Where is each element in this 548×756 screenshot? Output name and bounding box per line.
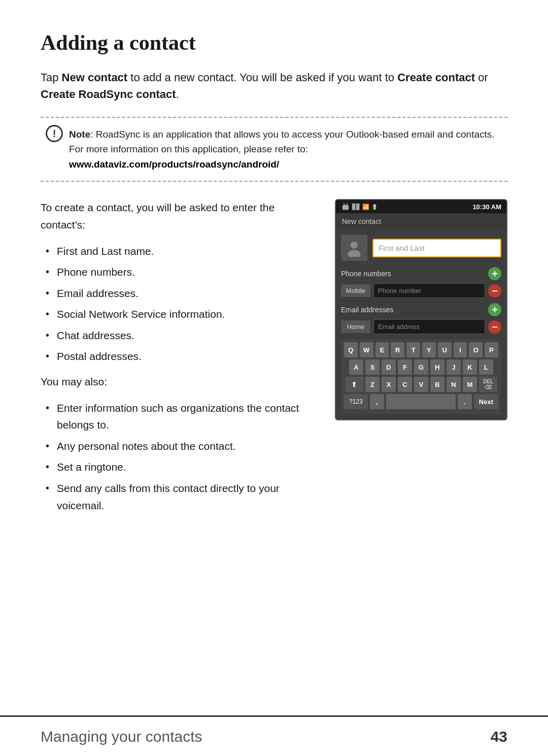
note-text: Note: RoadSync is an application that al… [69, 127, 499, 172]
footer-page: 43 [491, 728, 507, 745]
bullet-list-2: Enter information such as organizations … [41, 400, 315, 514]
key-i[interactable]: I [454, 342, 467, 357]
svg-point-2 [346, 205, 348, 207]
intro-paragraph: Tap New contact to add a new contact. Yo… [41, 69, 507, 103]
key-r[interactable]: R [391, 342, 404, 357]
remove-email-button[interactable]: − [488, 320, 501, 334]
svg-point-1 [344, 205, 346, 207]
key-q[interactable]: Q [344, 342, 358, 357]
status-time: 10:30 AM [472, 203, 501, 211]
list-item: Postal addresses. [46, 348, 315, 365]
left-content: To create a contact, you will be asked t… [41, 199, 315, 522]
key-n[interactable]: N [447, 377, 461, 392]
list-item: Social Network Service information. [46, 306, 315, 323]
key-shift[interactable]: ⬆ [345, 377, 363, 392]
key-space[interactable] [386, 394, 456, 409]
email-address-input[interactable]: Email address [373, 319, 485, 334]
email-type-label[interactable]: Home [341, 320, 370, 333]
list-item: Enter information such as organizations … [46, 400, 315, 434]
email-addresses-label: Email addresses + [341, 303, 501, 316]
keyboard-row-bottom: ?123 , . Next [344, 394, 498, 409]
key-sym[interactable]: ?123 [344, 394, 368, 409]
also-text: You may also: [41, 373, 315, 390]
key-y[interactable]: Y [422, 342, 436, 357]
key-t[interactable]: T [406, 342, 420, 357]
list-item: Any personal notes about the contact. [46, 438, 315, 455]
key-o[interactable]: O [469, 342, 483, 357]
page-title: Adding a contact [41, 30, 507, 55]
svg-line-4 [347, 203, 348, 205]
key-period[interactable]: . [458, 394, 472, 409]
key-z[interactable]: Z [365, 377, 380, 392]
svg-point-6 [348, 250, 360, 257]
phone-status-bar: ▊▊ 📶 🔋 10:30 AM [336, 200, 506, 213]
key-k[interactable]: K [463, 359, 477, 375]
intro2-text: To create a contact, you will be asked t… [41, 199, 315, 233]
status-left: ▊▊ 📶 🔋 [341, 202, 378, 211]
android-icon [341, 202, 350, 211]
list-item: Phone numbers. [46, 264, 315, 281]
bottom-bar: Managing your contacts 43 [0, 715, 548, 756]
key-a[interactable]: A [349, 359, 363, 375]
key-u[interactable]: U [438, 342, 452, 357]
keyboard-row-2: A S D F G H J K L [344, 359, 498, 375]
key-f[interactable]: F [398, 359, 412, 375]
keyboard-row-1: Q W E R T Y U I O P [344, 342, 498, 357]
footer-title: Managing your contacts [41, 728, 202, 745]
note-icon: ! [46, 125, 63, 142]
key-m[interactable]: M [463, 377, 477, 392]
add-phone-button[interactable]: + [488, 267, 501, 280]
key-h[interactable]: H [430, 359, 444, 375]
contact-photo-row: First and Last [341, 235, 501, 261]
keyboard: Q W E R T Y U I O P A S D F G H [341, 339, 501, 414]
key-next[interactable]: Next [474, 394, 498, 409]
phone-type-label[interactable]: Mobile [341, 284, 370, 297]
key-e[interactable]: E [375, 342, 389, 357]
svg-point-5 [351, 242, 358, 249]
key-l[interactable]: L [479, 359, 493, 375]
keyboard-row-3: ⬆ Z X C V B N M DEL⌫ [344, 377, 498, 392]
phone-number-input[interactable]: Phone number [373, 283, 485, 298]
key-d[interactable]: D [382, 359, 396, 375]
key-v[interactable]: V [414, 377, 428, 392]
bullet-list-1: First and Last name. Phone numbers. Emai… [41, 243, 315, 366]
key-c[interactable]: C [398, 377, 412, 392]
note-box: ! Note: RoadSync is an application that … [41, 117, 507, 182]
key-x[interactable]: X [382, 377, 396, 392]
key-w[interactable]: W [360, 342, 373, 357]
list-item: Send any calls from this contact directl… [46, 480, 315, 514]
phone-screenshot: ▊▊ 📶 🔋 10:30 AM New contact First and La… [335, 199, 507, 420]
battery-icon: 🔋 [371, 204, 378, 210]
key-s[interactable]: S [365, 359, 380, 375]
svg-rect-0 [342, 206, 349, 210]
wifi-icon: 📶 [362, 204, 369, 210]
key-delete[interactable]: DEL⌫ [479, 377, 497, 392]
email-input-row: Home Email address − [341, 319, 501, 334]
remove-phone-button[interactable]: − [488, 284, 501, 298]
list-item: First and Last name. [46, 243, 315, 260]
contact-avatar [341, 235, 367, 261]
list-item: Email addresses. [46, 285, 315, 302]
key-g[interactable]: G [414, 359, 428, 375]
note-url[interactable]: www.dataviz.com/products/roadsync/androi… [69, 159, 279, 170]
list-item: Chat addresses. [46, 327, 315, 344]
content-section: To create a contact, you will be asked t… [41, 199, 507, 522]
key-b[interactable]: B [430, 377, 444, 392]
svg-line-3 [344, 203, 344, 205]
key-p[interactable]: P [485, 342, 498, 357]
name-input-field[interactable]: First and Last [372, 239, 501, 257]
phone-body: First and Last Phone numbers + Mobile Ph… [336, 229, 506, 419]
signal-bars-icon: ▊▊ [352, 204, 360, 210]
key-j[interactable]: J [447, 359, 461, 375]
key-comma[interactable]: , [370, 394, 384, 409]
phone-input-row: Mobile Phone number − [341, 283, 501, 298]
phone-numbers-label: Phone numbers + [341, 267, 501, 280]
add-email-button[interactable]: + [488, 303, 501, 316]
phone-header: New contact [336, 213, 506, 229]
list-item: Set a ringtone. [46, 458, 315, 476]
